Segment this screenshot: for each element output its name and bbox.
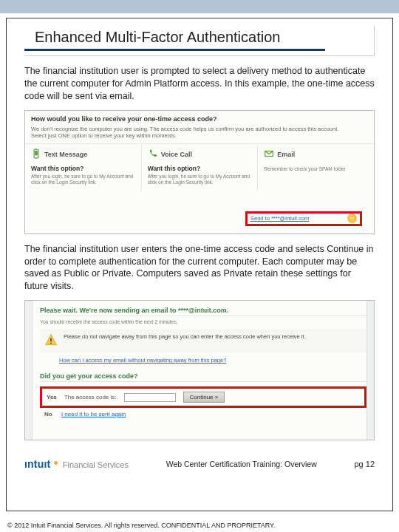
- title-rule: [24, 49, 325, 51]
- shot1-heading: How would you like to receive your one-t…: [25, 111, 374, 126]
- yes-label: Yes: [47, 394, 57, 400]
- option-detail: After you login, be sure to go to My Acc…: [31, 174, 135, 186]
- shot1-columns: Text Message Want this option? After you…: [25, 144, 374, 191]
- shot2-left-gutter: [25, 301, 33, 440]
- option-voice-call: Voice Call Want this option? After you l…: [141, 144, 258, 191]
- resend-link[interactable]: I need it to be sent again: [61, 411, 126, 417]
- paragraph-2: The financial institution user enters th…: [24, 243, 375, 293]
- svg-rect-1: [35, 151, 38, 155]
- page-footer: ıntuıt• Financial Services Web Center Ce…: [24, 449, 375, 470]
- logo-subtext: Financial Services: [63, 460, 129, 469]
- no-row: No I need it to be sent again: [40, 408, 366, 420]
- footer-title: Web Center Certification Training: Overv…: [166, 460, 317, 468]
- svg-rect-4: [50, 343, 52, 344]
- logo-text: ıntuıt: [24, 458, 50, 470]
- shot2-heading: Please wait. We're now sending an email …: [40, 305, 366, 316]
- page-number: pg 12: [354, 460, 375, 468]
- intuit-logo: ıntuıt• Financial Services: [24, 458, 129, 470]
- help-link[interactable]: How can I access my email without naviga…: [59, 357, 366, 364]
- access-code-input[interactable]: [124, 393, 176, 402]
- shot2-sub: You should receive the access code withi…: [40, 319, 366, 324]
- option-text-message: Text Message Want this option? After you…: [25, 144, 141, 191]
- phone-icon: [31, 149, 41, 160]
- paragraph-1: The financial institution user is prompt…: [24, 65, 375, 103]
- screenshot-enter-code: Please wait. We're now sending an email …: [24, 300, 375, 440]
- spam-note: Remember to check your SPAM folder: [264, 166, 368, 172]
- highlight-code-entry: Yes The access code is: Continue »: [40, 386, 366, 408]
- screenshot-delivery-method: How would you like to receive your one-t…: [24, 110, 375, 234]
- option-label: Voice Call: [161, 151, 192, 158]
- shot1-subtext: We don't recognize the computer you are …: [25, 126, 374, 144]
- no-label: No: [44, 411, 52, 417]
- copyright: © 2012 Intuit Financial Services. All ri…: [7, 522, 275, 529]
- page-title: Enhanced Multi-Factor Authentication: [35, 29, 374, 46]
- header-strip: [0, 0, 399, 13]
- option-detail: After you login, be sure to go to My Acc…: [148, 174, 252, 186]
- scrollbar[interactable]: [366, 301, 374, 440]
- title-box: Enhanced Multi-Factor Authentication: [24, 26, 375, 56]
- option-email: Email Remember to check your SPAM folder: [257, 144, 374, 191]
- code-label: The access code is:: [64, 394, 117, 400]
- got-code-heading: Did you get your access code?: [40, 371, 366, 382]
- page-frame: Enhanced Multi-Factor Authentication The…: [6, 18, 393, 511]
- warning-text: Please do not navigate away from this pa…: [64, 333, 306, 340]
- warning-row: Please do not navigate away from this pa…: [40, 329, 366, 352]
- warning-icon: [44, 333, 58, 348]
- option-label: Email: [277, 151, 295, 158]
- handset-icon: [148, 149, 158, 160]
- send-to-link[interactable]: Send to ****@intuit.com: [250, 215, 309, 222]
- continue-button[interactable]: Continue »: [183, 392, 225, 403]
- arrow-circle-icon[interactable]: ››: [347, 214, 357, 223]
- shot1-sub1: We don't recognize the computer you are …: [31, 126, 368, 132]
- option-label: Text Message: [44, 151, 87, 158]
- want-heading: Want this option?: [31, 165, 135, 172]
- svg-rect-3: [50, 338, 52, 342]
- want-heading: Want this option?: [148, 165, 252, 172]
- envelope-icon: [264, 149, 274, 160]
- highlight-send-email: Send to ****@intuit.com ››: [245, 211, 362, 226]
- shot1-sub2: Select just ONE option to receive your k…: [31, 132, 368, 139]
